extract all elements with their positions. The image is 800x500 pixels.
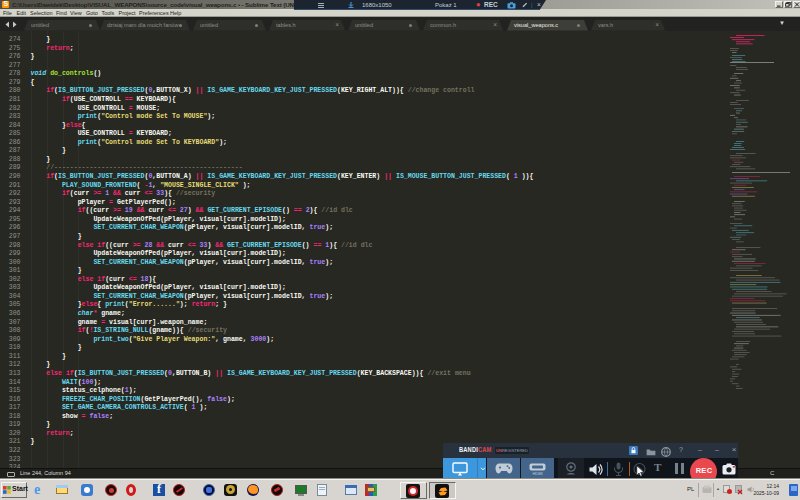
svg-text:HDMI: HDMI [532, 470, 542, 475]
